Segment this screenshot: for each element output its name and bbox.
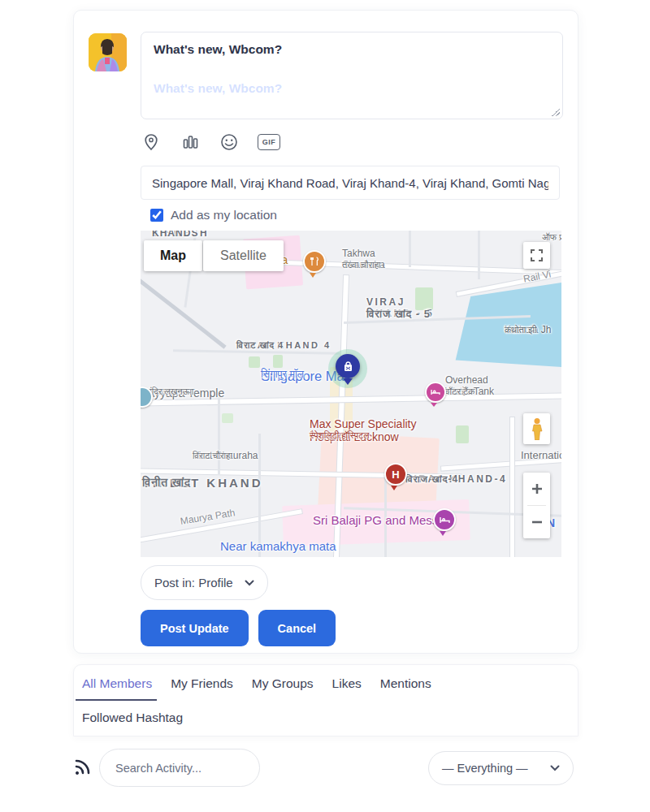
map-green-patch [273, 355, 283, 368]
post-form-card: What's new, Wbcom? What's new, Wbcom? GI… [73, 10, 578, 654]
search-activity-field [99, 749, 260, 787]
composer-actions: Post Update Cancel [141, 610, 336, 646]
composer-toolbar: GIF [141, 129, 280, 155]
hospital-marker-letter: H [392, 469, 399, 481]
singapore-mall-marker[interactable] [336, 354, 360, 385]
rss-icon[interactable] [75, 757, 93, 775]
map-green-patch [415, 287, 433, 310]
add-location-row: Add as my location [150, 208, 277, 222]
road [409, 231, 411, 267]
tab-mentions[interactable]: Mentions [380, 676, 431, 691]
search-activity-input[interactable] [114, 761, 269, 775]
activity-filter-select[interactable]: — Everything — [428, 751, 574, 785]
activity-filter-value: — Everything — [442, 762, 528, 775]
map-green-patch [456, 425, 469, 443]
activity-page: What's new, Wbcom? What's new, Wbcom? GI… [0, 0, 650, 812]
gif-icon-label: GIF [262, 138, 276, 146]
sri-balaji-lodging-marker[interactable] [433, 508, 456, 536]
location-input[interactable] [141, 166, 560, 200]
location-pin-icon[interactable] [141, 132, 162, 153]
zoom-control [523, 473, 550, 538]
avatar[interactable] [89, 33, 127, 71]
add-location-checkbox[interactable] [150, 209, 163, 222]
road [218, 397, 220, 474]
whats-new-text: What's new, Wbcom? [154, 42, 282, 57]
post-in-value: Post in: Profile [154, 576, 233, 590]
chevron-down-icon [245, 580, 254, 586]
avatar-image [89, 33, 127, 71]
zoom-in-icon[interactable] [523, 473, 550, 505]
tab-likes[interactable]: Likes [332, 676, 362, 691]
road [510, 417, 514, 557]
restaurant-marker[interactable] [303, 250, 326, 278]
zoom-out-icon[interactable] [523, 506, 550, 538]
activity-search-bar: — Everything — [73, 745, 577, 794]
poll-icon[interactable] [180, 132, 201, 153]
overhead-tank-lodging-marker[interactable] [425, 382, 446, 407]
textarea-resize-handle[interactable] [552, 108, 560, 116]
tab-followed-hashtag[interactable]: Followed Hashtag [82, 710, 183, 724]
pegman-icon[interactable] [523, 413, 550, 444]
map-type-map-button[interactable]: Map [144, 240, 202, 271]
post-update-button[interactable]: Post Update [141, 610, 249, 646]
tab-my-groups[interactable]: My Groups [252, 676, 314, 691]
map-type-satellite-button[interactable]: Satellite [203, 240, 284, 271]
road [478, 231, 480, 279]
google-map[interactable]: VISHESHKHAND VIRAJ KHAND - 5 विराज खांद … [141, 231, 561, 557]
tab-all-members[interactable]: All Members [82, 676, 152, 691]
road [141, 270, 227, 348]
post-in-select[interactable]: Post in: Profile [141, 565, 268, 600]
whats-new-ghost-placeholder: What's new, Wbcom? [154, 81, 282, 96]
whats-new-textarea[interactable]: What's new, Wbcom? What's new, Wbcom? [141, 32, 563, 119]
cancel-button[interactable]: Cancel [258, 610, 336, 646]
active-tab-underline [76, 699, 157, 701]
activity-tabs-row2: Followed Hashtag [82, 710, 183, 725]
map-green-patch [222, 413, 233, 423]
map-green-patch [249, 356, 260, 368]
add-location-label: Add as my location [171, 208, 277, 222]
activity-tabs-card: All Members My Friends My Groups Likes M… [73, 664, 578, 736]
ayyapa-temple-marker[interactable] [141, 387, 153, 408]
fullscreen-icon[interactable] [523, 242, 550, 269]
tab-my-friends[interactable]: My Friends [171, 676, 233, 691]
emoji-icon[interactable] [219, 132, 240, 153]
hospital-marker[interactable]: H [384, 463, 407, 490]
activity-tabs: All Members My Friends My Groups Likes M… [82, 676, 431, 691]
chevron-down-icon [550, 765, 560, 771]
gif-icon[interactable]: GIF [258, 134, 280, 150]
